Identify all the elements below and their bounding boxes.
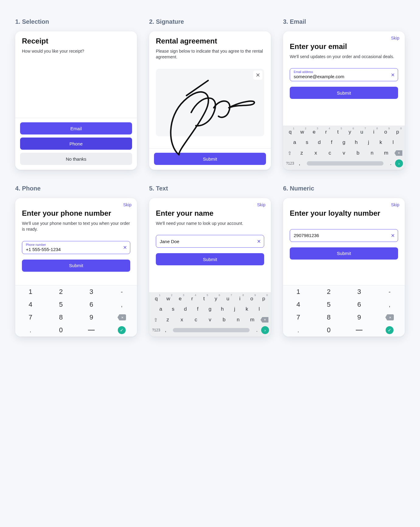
key-0[interactable]: 0 [46,324,76,337]
key-d[interactable]: d [314,138,325,147]
key-o[interactable]: 9o [247,295,257,303]
key-q[interactable]: 1q [151,295,162,303]
spacebar-key[interactable] [307,161,383,166]
receipt-option-email[interactable]: Email [20,122,132,134]
key-period[interactable]: . [254,327,260,333]
key-d[interactable]: d [180,305,191,313]
key-z[interactable]: z [295,149,308,157]
receipt-option-none[interactable]: No thanks [20,153,132,165]
key-q[interactable]: 1q [285,128,296,136]
phone-input[interactable] [26,247,119,252]
key-c[interactable]: c [324,149,336,157]
key-a[interactable]: a [155,305,166,313]
phone-submit-button[interactable]: Submit [22,260,130,272]
qwerty-keyboard[interactable]: 1q2w3e4r5t6y7u8i9o0pasdfghjkl⇧zxcvbnm?12… [283,126,405,170]
name-input[interactable] [160,239,253,244]
key-z[interactable]: z [161,316,174,324]
key-6[interactable]: 6 [76,298,107,311]
enter-key[interactable]: › [261,326,269,334]
skip-button[interactable]: Skip [257,202,265,207]
signature-pad[interactable]: ✕ [156,69,264,136]
key-j[interactable]: j [229,305,240,313]
key-7[interactable]: 7 [15,311,46,324]
backspace-key[interactable] [260,315,269,324]
key-m[interactable]: m [380,149,393,157]
spacebar-key[interactable] [173,328,250,332]
backspace-key[interactable] [107,311,137,324]
key-f[interactable]: f [192,305,203,313]
key-0[interactable]: 0 [313,324,344,337]
key-4[interactable]: 4 [15,298,46,311]
name-field[interactable]: ✕ [156,235,264,248]
key-c[interactable]: c [190,316,202,324]
key-3[interactable]: 3 [344,285,374,298]
enter-key[interactable]: ✓ [374,324,405,337]
clear-icon[interactable]: ✕ [391,232,395,238]
key-2[interactable]: 2 [313,285,344,298]
key-2[interactable]: 2 [46,285,76,298]
key-9[interactable]: 9 [344,311,374,324]
symbols-key[interactable]: ?123 [151,328,161,332]
email-submit-button[interactable]: Submit [290,87,398,99]
backspace-key[interactable] [394,148,403,158]
key-i[interactable]: 8i [234,295,245,303]
clear-icon[interactable]: ✕ [391,72,395,78]
key-x[interactable]: x [175,316,188,324]
symbols-key[interactable]: ?123 [285,161,295,166]
key-x[interactable]: x [309,149,322,157]
loyalty-field[interactable]: ✕ [290,229,398,242]
key-b[interactable]: b [218,316,230,324]
email-field[interactable]: Email address ✕ [290,68,398,81]
key-h[interactable]: h [217,305,228,313]
key-period[interactable]: . [15,324,46,337]
key-n[interactable]: n [366,149,378,157]
key-8[interactable]: 8 [46,311,76,324]
key-comma[interactable]: , [374,298,405,311]
key-comma[interactable]: , [107,298,137,311]
enter-key[interactable]: ✓ [107,324,137,337]
key-y[interactable]: 6y [211,295,221,303]
key-y[interactable]: 6y [345,128,355,136]
key-l[interactable]: l [254,305,265,313]
skip-button[interactable]: Skip [123,202,131,207]
loyalty-input[interactable] [294,233,387,238]
key-j[interactable]: j [363,138,374,147]
key-f[interactable]: f [326,138,337,147]
key-p[interactable]: 0p [258,295,269,303]
shift-key[interactable]: ⇧ [285,148,294,158]
key-t[interactable]: 5t [199,295,209,303]
email-input[interactable] [294,74,387,79]
key-8[interactable]: 8 [313,311,344,324]
key-dash[interactable]: - [374,285,405,298]
key-k[interactable]: k [375,138,386,147]
key-period[interactable]: . [388,160,394,166]
key-1[interactable]: 1 [283,285,313,298]
key-g[interactable]: g [338,138,349,147]
key-e[interactable]: 3e [175,295,185,303]
numeric-keypad[interactable]: 123-456,789.0✓ [15,285,137,337]
key-a[interactable]: a [289,138,300,147]
key-t[interactable]: 5t [333,128,343,136]
key-w[interactable]: 2w [297,128,307,136]
key-o[interactable]: 9o [380,128,391,136]
key-comma[interactable]: , [163,327,169,333]
loyalty-submit-button[interactable]: Submit [290,247,398,260]
key-r[interactable]: 4r [321,128,331,136]
phone-field[interactable]: Phone number ✕ [22,241,130,254]
key-1[interactable]: 1 [15,285,46,298]
key-5[interactable]: 5 [46,298,76,311]
key-k[interactable]: k [241,305,252,313]
key-dash[interactable]: - [107,285,137,298]
key-5[interactable]: 5 [313,298,344,311]
key-9[interactable]: 9 [76,311,107,324]
enter-key[interactable]: › [395,159,403,167]
key-s[interactable]: s [301,138,312,147]
numeric-keypad[interactable]: 123-456,789.0✓ [283,285,405,337]
key-v[interactable]: v [204,316,216,324]
key-n[interactable]: n [232,316,244,324]
key-b[interactable]: b [352,149,364,157]
name-submit-button[interactable]: Submit [156,253,264,265]
skip-button[interactable]: Skip [391,36,399,40]
clear-icon[interactable]: ✕ [257,239,261,244]
key-h[interactable]: h [351,138,362,147]
